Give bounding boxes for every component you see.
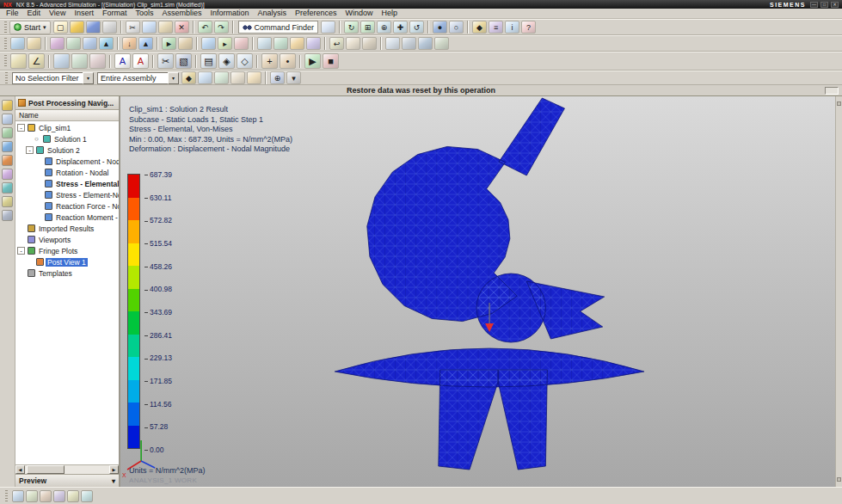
- perspective-button[interactable]: [434, 37, 449, 50]
- front-view-button[interactable]: ▤: [200, 53, 217, 69]
- model-objects-button[interactable]: [27, 37, 41, 50]
- new-sensor-button[interactable]: [257, 37, 272, 50]
- show-and-hide-button[interactable]: [71, 53, 88, 69]
- mesh-collector-button[interactable]: [83, 37, 97, 50]
- cut-button[interactable]: ✂: [126, 21, 140, 34]
- horizontal-scrollbar[interactable]: ◀ ▶: [15, 464, 119, 474]
- load-type-button[interactable]: ↓: [122, 37, 137, 50]
- part-navigator-icon[interactable]: [2, 127, 13, 138]
- dock-handle[interactable]: [837, 477, 841, 482]
- dock-handle[interactable]: [837, 101, 841, 106]
- information-button[interactable]: i: [505, 21, 519, 34]
- select-face-button[interactable]: [214, 71, 229, 84]
- collapse-icon[interactable]: -: [17, 247, 25, 255]
- hd3d-tools-icon[interactable]: [2, 182, 13, 194]
- material-properties-button[interactable]: [50, 37, 65, 50]
- tree-item-fringe-plots[interactable]: -Fringe Plots: [15, 245, 119, 256]
- immediate-hide-button[interactable]: [89, 53, 106, 69]
- toolbar-grip[interactable]: [4, 55, 7, 67]
- tree-item-viewports[interactable]: Viewports: [15, 234, 119, 245]
- trimetric-view-button[interactable]: ◈: [218, 53, 235, 69]
- history-icon[interactable]: [2, 196, 13, 207]
- window-button[interactable]: [321, 21, 335, 34]
- post-processing-button[interactable]: [201, 37, 216, 50]
- navigator-header[interactable]: Post Processing Navig...: [15, 96, 119, 110]
- chevron-down-icon[interactable]: ▾: [168, 72, 179, 84]
- measure-distance-button[interactable]: [10, 53, 27, 69]
- analysis-job-monitor-button[interactable]: [178, 37, 193, 50]
- named-views-button[interactable]: [385, 37, 400, 50]
- menu-options-button[interactable]: ▾: [286, 71, 301, 84]
- menu-help[interactable]: Help: [378, 9, 403, 18]
- tree-item-solution-2[interactable]: -Solution 2: [15, 144, 119, 156]
- menu-view[interactable]: View: [45, 9, 70, 18]
- solve-button[interactable]: ►: [162, 37, 176, 50]
- print-button[interactable]: [102, 21, 117, 34]
- paste-button[interactable]: [158, 21, 173, 34]
- roles-icon[interactable]: [2, 210, 13, 221]
- wcs-dynamics-button[interactable]: ⊕: [270, 71, 285, 84]
- export-results-button[interactable]: [362, 37, 377, 50]
- selection-filter-combo[interactable]: No Selection Filter ▾: [12, 72, 94, 84]
- layers-button[interactable]: [67, 490, 79, 502]
- display-mode-button[interactable]: [402, 37, 416, 50]
- datum-csys-button[interactable]: +: [261, 53, 278, 69]
- create-report-button[interactable]: [346, 37, 360, 50]
- collapse-icon[interactable]: -: [26, 146, 34, 154]
- clip-fea-model[interactable]: X: [120, 96, 835, 487]
- isometric-view-button[interactable]: ◇: [237, 53, 253, 69]
- task-pane-button[interactable]: [12, 490, 24, 502]
- simulation-navigator-button[interactable]: [10, 37, 25, 50]
- menu-file[interactable]: File: [2, 9, 23, 18]
- graphics-window[interactable]: Clip_sim1 : Solution 2 ResultSubcase - S…: [120, 96, 835, 487]
- contour-plot-button[interactable]: [290, 37, 304, 50]
- model-views-button[interactable]: [53, 490, 65, 502]
- command-list-button[interactable]: [26, 490, 38, 502]
- tree-item-templates[interactable]: Templates: [15, 267, 119, 279]
- stop-button[interactable]: ■: [323, 53, 339, 69]
- chevron-down-icon[interactable]: ▾: [83, 72, 94, 84]
- wireframe-button[interactable]: ○: [449, 21, 464, 34]
- open-button[interactable]: [70, 21, 84, 34]
- toolbar-grip[interactable]: [4, 38, 7, 50]
- tree-item-imported-results[interactable]: Imported Results: [15, 223, 119, 234]
- scroll-right-button[interactable]: ▶: [109, 465, 119, 474]
- chevron-down-icon[interactable]: ▾: [112, 477, 115, 485]
- snap-point-button[interactable]: ◆: [472, 21, 487, 34]
- copy-button[interactable]: [142, 21, 157, 34]
- command-finder[interactable]: Command Finder: [238, 21, 319, 34]
- scrollbar-track[interactable]: [25, 465, 109, 474]
- menu-analysis[interactable]: Analysis: [253, 9, 291, 18]
- assembly-navigator-icon[interactable]: [2, 100, 13, 111]
- simulation-navigator-icon[interactable]: [2, 141, 13, 152]
- name-column-header[interactable]: Name: [15, 110, 119, 121]
- menu-assemblies[interactable]: Assemblies: [157, 9, 206, 18]
- text-button[interactable]: A: [114, 53, 131, 69]
- menu-information[interactable]: Information: [206, 9, 253, 18]
- select-all-button[interactable]: [198, 71, 212, 84]
- tree-item-stress-elemental[interactable]: Stress - Elemental: [15, 178, 119, 189]
- fit-view-button[interactable]: ⊞: [360, 21, 375, 34]
- edit-section-button[interactable]: ✂: [157, 53, 174, 69]
- menu-tools[interactable]: Tools: [131, 9, 157, 18]
- pan-button[interactable]: ✚: [393, 21, 408, 34]
- scrollbar-thumb[interactable]: [27, 465, 65, 474]
- scroll-left-button[interactable]: ◀: [15, 465, 25, 474]
- rotate-button[interactable]: ↺: [409, 21, 424, 34]
- collapse-icon[interactable]: -: [17, 124, 25, 132]
- object-display-button[interactable]: [53, 53, 70, 69]
- menu-preferences[interactable]: Preferences: [291, 9, 341, 18]
- physical-properties-button[interactable]: [66, 37, 81, 50]
- layer-settings-button[interactable]: ≡: [489, 21, 503, 34]
- menu-format[interactable]: Format: [98, 9, 132, 18]
- note-button[interactable]: A: [132, 53, 149, 69]
- snap-point-toggle-button[interactable]: ◆: [181, 71, 196, 84]
- toolbar-grip[interactable]: [5, 490, 8, 502]
- animation-button[interactable]: ▸: [218, 37, 232, 50]
- edit-post-view-button[interactable]: [306, 37, 321, 50]
- tree-item-stress-element-nodal[interactable]: Stress - Element-Nodal: [15, 189, 119, 200]
- select-edge-button[interactable]: [230, 71, 245, 84]
- new-button[interactable]: ▢: [53, 21, 68, 34]
- 3d-tetrahedral-mesh-button[interactable]: ▲: [99, 37, 114, 50]
- post-processing-navigator-icon[interactable]: [2, 155, 13, 166]
